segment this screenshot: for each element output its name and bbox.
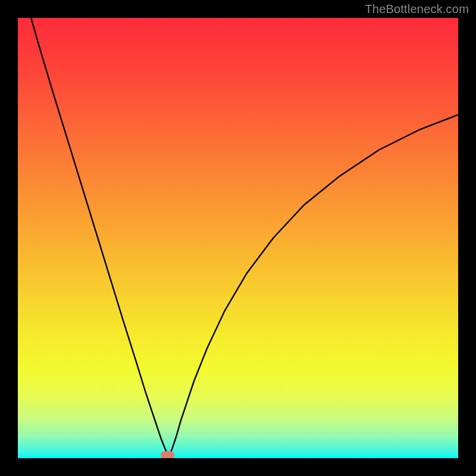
chart-frame: TheBottleneck.com [0,0,476,476]
plot-area [18,18,458,458]
optimal-marker [161,451,174,458]
chart-svg [18,18,458,458]
gradient-background [18,18,458,458]
svg-rect-2 [165,451,171,458]
watermark-text: TheBottleneck.com [365,2,469,16]
